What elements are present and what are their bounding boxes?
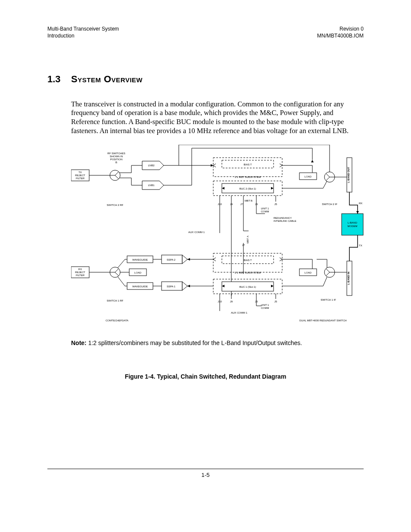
svg-marker-56 [182, 282, 187, 290]
box-lnb2: LNB2 [142, 161, 164, 170]
header-right-bottom: MN/MBT4000B.IOM [317, 33, 364, 40]
svg-text:SHOWN IN: SHOWN IN [110, 155, 123, 158]
svg-marker-12 [211, 164, 213, 167]
svg-marker-59 [187, 258, 190, 261]
svg-text:RX: RX [359, 202, 362, 205]
svg-text:REDUNDANCY: REDUNDANCY [274, 217, 292, 219]
svg-text:1:1 MBT SUBSYSTEM: 1:1 MBT SUBSYSTEM [234, 176, 261, 178]
box-lnb1: LNB1 [142, 181, 164, 190]
svg-text:WAVEGUIDE: WAVEGUIDE [132, 258, 148, 261]
svg-text:LOAD: LOAD [305, 175, 312, 178]
svg-text:LOAD: LOAD [305, 271, 312, 274]
svg-text:FILTER: FILTER [76, 177, 85, 180]
svg-text:LNB2: LNB2 [148, 164, 155, 167]
svg-text:COMM: COMM [261, 307, 269, 309]
svg-text:AUX COMM 1: AUX COMM 1 [188, 231, 205, 233]
svg-text:INTERLINK CABLE: INTERLINK CABLE [274, 220, 296, 222]
section-number: 1.3 [47, 74, 61, 84]
svg-text:SSPA 1: SSPA 1 [167, 285, 176, 288]
svg-text:LNB1: LNB1 [148, 184, 155, 187]
svg-text:SWITCH 1 IF: SWITCH 1 IF [321, 299, 336, 301]
page-header: Multi-Band Transceiver System Introducti… [47, 26, 364, 39]
svg-text:MBT A: MBT A [246, 236, 249, 243]
svg-text:REJECT: REJECT [75, 271, 85, 274]
note-label: Note: [71, 339, 87, 346]
page-footer: 1-5 [47, 469, 364, 478]
svg-text:BUC 2 (Slot 1): BUC 2 (Slot 1) [240, 187, 256, 190]
svg-text:SWITCH 2 IF: SWITCH 2 IF [322, 203, 337, 205]
svg-text:UNIT 1: UNIT 1 [261, 304, 270, 306]
svg-text:COMM: COMM [261, 210, 269, 213]
svg-text:FILTER: FILTER [76, 274, 85, 277]
svg-text:J5: J5 [274, 300, 277, 303]
svg-marker-89 [356, 211, 359, 214]
svg-text:1:1 MBT SUBSYSTEM: 1:1 MBT SUBSYSTEM [234, 271, 261, 274]
svg-marker-60 [187, 285, 190, 287]
box-sspa2: SSPA 2 [162, 255, 187, 264]
svg-marker-52 [182, 255, 187, 264]
svg-text:B: B [115, 161, 117, 164]
header-left-top: Multi-Band Transceiver System [47, 26, 119, 33]
svg-text:SWITCH 1 RF: SWITCH 1 RF [107, 299, 124, 302]
svg-line-74 [323, 277, 327, 286]
box-mbt-sub-bottom: 1:1 MBT SUBSYSTEM BIAS T [213, 253, 282, 274]
svg-text:J7: J7 [240, 203, 243, 205]
section-heading: 1.3 System Overview [47, 74, 364, 85]
body-paragraph: The transceiver is constructed in a modu… [71, 100, 364, 136]
svg-text:RX: RX [78, 268, 82, 271]
label-rf-switches: RF SWITCHES [107, 152, 125, 155]
svg-rect-13 [213, 158, 282, 177]
page-number: 1-5 [202, 472, 210, 478]
svg-text:TX: TX [359, 244, 362, 247]
svg-text:BIAS T: BIAS T [244, 259, 252, 261]
label-dual-mbt: DUAL MBT-4000 REDUNDANT SWITCH [299, 319, 347, 322]
header-right-top: Revision 0 [317, 26, 364, 33]
svg-text:J9: J9 [230, 300, 233, 303]
svg-text:BIAS T: BIAS T [244, 163, 252, 166]
svg-text:AUX COMM 1: AUX COMM 1 [231, 311, 248, 314]
box-lband-modem [342, 214, 363, 235]
svg-text:MODEM: MODEM [348, 225, 358, 227]
label-comtech: COMTECHEFDATA [106, 319, 128, 322]
box-buc2: BUC 2 (Slot 1) [222, 184, 274, 193]
header-left-bottom: Introduction [47, 33, 119, 40]
svg-text:REJECT: REJECT [75, 174, 85, 177]
note-text: Note: 1:2 splitters/combiners may be sub… [71, 339, 364, 346]
box-sspa1: SSPA 1 [162, 282, 187, 290]
svg-text:WAVEGUIDE: WAVEGUIDE [132, 285, 148, 288]
svg-text:L-BAND IN: L-BAND IN [347, 272, 350, 285]
svg-marker-25 [311, 160, 314, 162]
box-mbt-sub-top: 1:1 MBT SUBSYSTEM BIAS T [213, 158, 282, 178]
svg-rect-61 [213, 253, 282, 272]
svg-text:SSPA 2: SSPA 2 [167, 258, 176, 261]
svg-line-27 [323, 181, 327, 188]
system-diagram: RF SWITCHES SHOWN IN POSITION B TX REJEC… [71, 145, 364, 332]
note-body: 1:2 splitters/combiners may be substitut… [87, 339, 302, 346]
svg-text:BUC 1 (Slot 1): BUC 1 (Slot 1) [240, 286, 256, 288]
svg-text:UNIT 1: UNIT 1 [261, 207, 270, 210]
svg-text:TX: TX [78, 171, 82, 174]
svg-text:MBT B: MBT B [245, 199, 252, 202]
svg-text:L-BAND OUT: L-BAND OUT [347, 167, 350, 183]
svg-text:POSITION: POSITION [110, 158, 123, 161]
section-title: System Overview [71, 74, 143, 84]
svg-text:SWITCH 2 RF: SWITCH 2 RF [107, 204, 124, 206]
svg-text:L-BAND: L-BAND [348, 221, 358, 224]
figure-caption: Figure 1-4. Typical, Chain Switched, Red… [47, 373, 364, 380]
svg-text:LOAD: LOAD [134, 271, 142, 274]
svg-text:J5: J5 [274, 203, 277, 205]
